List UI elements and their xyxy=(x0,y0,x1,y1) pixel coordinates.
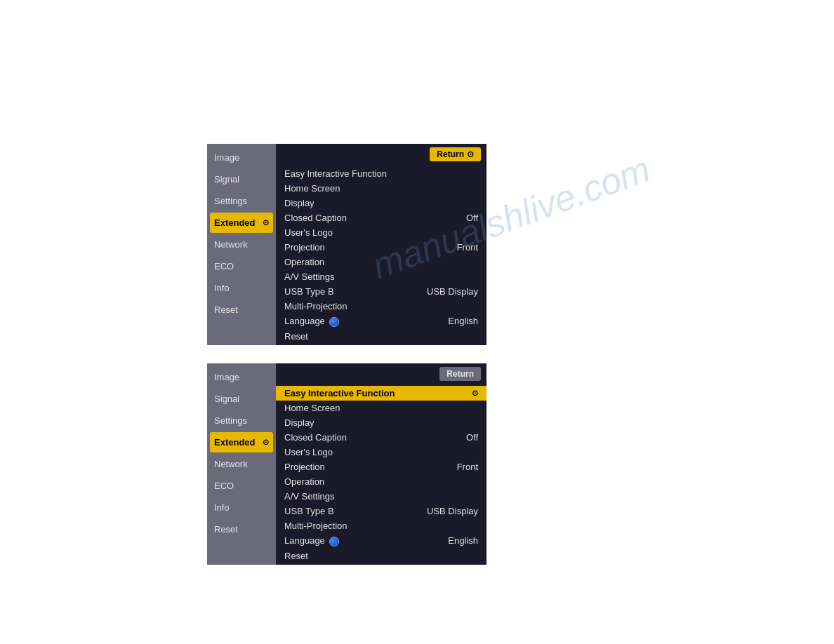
bottom-sidebar-item-extended[interactable]: Extended ⊙ xyxy=(210,432,273,452)
top-content-header: Return ⊙ xyxy=(276,144,486,165)
bottom-menu-item-language[interactable]: Language English xyxy=(276,533,486,549)
sidebar-item-info[interactable]: Info xyxy=(207,277,276,299)
bottom-menu-item-easy-interactive[interactable]: Easy Interactive Function ⊙ xyxy=(276,386,486,401)
bottom-menu-item-av-settings[interactable]: A/V Settings xyxy=(276,489,486,504)
bottom-sidebar-item-network[interactable]: Network xyxy=(207,453,276,475)
sidebar-item-network[interactable]: Network xyxy=(207,234,276,255)
menu-item-home-screen[interactable]: Home Screen xyxy=(276,181,486,196)
bottom-extended-arrow-icon: ⊙ xyxy=(263,438,269,447)
bottom-main-content: Return Easy Interactive Function ⊙ Home … xyxy=(276,363,486,565)
bottom-menu-item-closed-caption[interactable]: Closed Caption Off xyxy=(276,430,486,445)
sidebar-item-signal[interactable]: Signal xyxy=(207,168,276,190)
bottom-sidebar-item-settings[interactable]: Settings xyxy=(207,410,276,431)
sidebar-item-reset[interactable]: Reset xyxy=(207,299,276,321)
menu-item-easy-interactive[interactable]: Easy Interactive Function xyxy=(276,166,486,181)
menu-item-av-settings[interactable]: A/V Settings xyxy=(276,269,486,284)
bottom-sidebar-item-eco[interactable]: ECO xyxy=(207,475,276,497)
bottom-menu-panel: Image Signal Settings Extended ⊙ Network… xyxy=(207,363,486,565)
bottom-sidebar-item-image[interactable]: Image xyxy=(207,366,276,388)
return-button[interactable]: Return ⊙ xyxy=(430,147,481,161)
sidebar-item-settings[interactable]: Settings xyxy=(207,190,276,212)
bottom-menu-item-users-logo[interactable]: User's Logo xyxy=(276,445,486,459)
menu-item-reset[interactable]: Reset xyxy=(276,329,486,344)
bottom-sidebar-item-reset[interactable]: Reset xyxy=(207,518,276,540)
menu-item-operation[interactable]: Operation xyxy=(276,255,486,269)
sidebar-item-image[interactable]: Image xyxy=(207,147,276,168)
sidebar-item-eco[interactable]: ECO xyxy=(207,255,276,277)
highlight-arrow-icon: ⊙ xyxy=(472,389,478,398)
bottom-menu-item-multi-projection[interactable]: Multi-Projection xyxy=(276,518,486,533)
extended-arrow-icon: ⊙ xyxy=(263,218,269,227)
menu-item-usb-type-b[interactable]: USB Type B USB Display xyxy=(276,284,486,299)
return-arrow-icon: ⊙ xyxy=(467,149,474,159)
bottom-menu-item-projection[interactable]: Projection Front xyxy=(276,459,486,474)
top-main-content: Return ⊙ Easy Interactive Function Home … xyxy=(276,144,486,345)
menu-item-display[interactable]: Display xyxy=(276,196,486,210)
bottom-sidebar-item-info[interactable]: Info xyxy=(207,497,276,518)
bottom-menu-item-home-screen[interactable]: Home Screen xyxy=(276,401,486,415)
bottom-content-header: Return xyxy=(276,363,486,384)
menu-item-users-logo[interactable]: User's Logo xyxy=(276,225,486,240)
top-menu-items: Easy Interactive Function Home Screen Di… xyxy=(276,165,486,345)
bottom-return-button[interactable]: Return xyxy=(439,367,481,381)
top-menu-panel: Image Signal Settings Extended ⊙ Network… xyxy=(207,144,486,345)
menu-item-language[interactable]: Language English xyxy=(276,314,486,329)
bottom-sidebar: Image Signal Settings Extended ⊙ Network… xyxy=(207,363,276,565)
globe-icon xyxy=(329,317,339,327)
bottom-menu-item-display[interactable]: Display xyxy=(276,415,486,430)
menu-item-multi-projection[interactable]: Multi-Projection xyxy=(276,299,486,314)
bottom-sidebar-item-signal[interactable]: Signal xyxy=(207,388,276,410)
menu-item-projection[interactable]: Projection Front xyxy=(276,240,486,255)
sidebar-item-extended[interactable]: Extended ⊙ xyxy=(210,213,273,233)
menu-item-closed-caption[interactable]: Closed Caption Off xyxy=(276,210,486,225)
bottom-menu-item-reset[interactable]: Reset xyxy=(276,549,486,563)
bottom-globe-icon xyxy=(329,537,339,546)
top-sidebar: Image Signal Settings Extended ⊙ Network… xyxy=(207,144,276,345)
bottom-menu-item-usb-type-b[interactable]: USB Type B USB Display xyxy=(276,504,486,518)
bottom-menu-items: Easy Interactive Function ⊙ Home Screen … xyxy=(276,384,486,565)
bottom-menu-item-operation[interactable]: Operation xyxy=(276,474,486,489)
